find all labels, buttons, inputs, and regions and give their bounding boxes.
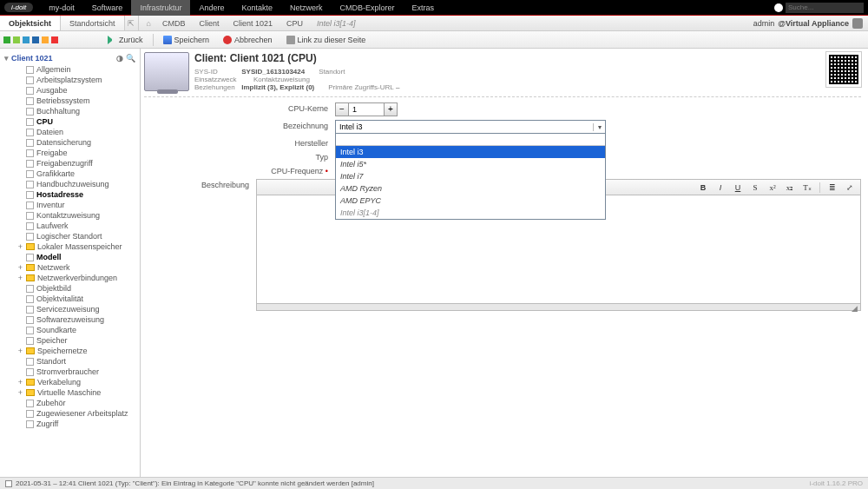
tree-item-hostadresse[interactable]: Hostadresse [2, 189, 138, 200]
mini-icon-2[interactable] [13, 36, 20, 43]
nav-extras[interactable]: Extras [404, 0, 444, 16]
tree-item-label: Kontaktzuweisung [36, 211, 100, 220]
tree-item-logischer-standort[interactable]: Logischer Standort [2, 231, 138, 241]
tree-item-arbeitsplatzsystem[interactable]: Arbeitsplatzsystem [2, 75, 138, 85]
mini-icon-3[interactable] [23, 36, 30, 43]
bezeichnung-input[interactable] [336, 121, 593, 133]
expand-icon[interactable]: + [17, 242, 23, 251]
bezeichnung-combo[interactable]: ▾ [335, 120, 606, 134]
tree-item-handbuchzuweisung[interactable]: Handbuchzuweisung [2, 179, 138, 189]
nav-netzwerk[interactable]: Netzwerk [281, 0, 332, 16]
user-avatar-icon[interactable] [852, 18, 863, 29]
dropdown-opt-intel-i3[interactable]: Intel i3 [336, 146, 605, 158]
dropdown-opt-intel-i3-range[interactable]: Intel i3[1-4] [336, 207, 605, 219]
crumb-client1021[interactable]: Client 1021 [227, 17, 279, 30]
rte-strike[interactable]: S [748, 182, 762, 194]
home-icon[interactable]: ⌂ [143, 19, 155, 28]
tree-item-objektvitalität[interactable]: Objektvitalität [2, 294, 138, 304]
logo[interactable]: i-doit [4, 3, 33, 12]
rte-italic[interactable]: I [713, 182, 727, 194]
collapse-icon[interactable]: ▾ [4, 54, 9, 63]
tree-item-zugriff[interactable]: Zugriff [2, 419, 138, 429]
mini-icon-5[interactable] [42, 36, 49, 43]
rte-sub[interactable]: x₂ [783, 182, 797, 194]
permalink-button[interactable]: Link zu dieser Seite [282, 34, 371, 46]
tree-item-betriebssystem[interactable]: Betriebssystem [2, 96, 138, 106]
dropdown-opt-amd-epyc[interactable]: AMD EPYC [336, 195, 605, 207]
chevron-down-icon[interactable]: ▾ [593, 123, 605, 131]
cancel-button[interactable]: Abbrechen [219, 34, 277, 46]
tree-item-allgemein[interactable]: Allgemein [2, 64, 138, 75]
tree-item-objektbild[interactable]: Objektbild [2, 283, 138, 294]
expand-icon[interactable]: + [17, 274, 23, 282]
expand-icon[interactable]: + [17, 378, 23, 387]
rte-clear[interactable]: Tₓ [800, 182, 814, 194]
tenant-label: @Virtual Appliance [778, 19, 849, 28]
tree-item-speicher[interactable]: Speicher [2, 335, 138, 346]
nav-kontakte[interactable]: Kontakte [233, 0, 281, 16]
dropdown-search[interactable] [336, 134, 605, 146]
tree-item-dateien[interactable]: Dateien [2, 127, 138, 137]
tree-item-zubehör[interactable]: Zubehör [2, 398, 138, 408]
tree-item-freigabenzugriff[interactable]: Freigabenzugriff [2, 158, 138, 169]
nav-software[interactable]: Software [83, 0, 132, 16]
tree-item-grafikkarte[interactable]: Grafikkarte [2, 169, 138, 179]
expand-icon[interactable]: + [17, 263, 23, 272]
crumb-cmdb[interactable]: CMDB [156, 17, 192, 30]
stepper-minus[interactable]: − [335, 102, 349, 116]
nav-cmdb-explorer[interactable]: CMDB-Explorer [331, 0, 403, 16]
rte-bold[interactable]: B [696, 182, 710, 194]
tree-item-netzwerk[interactable]: +Netzwerk [2, 262, 138, 273]
tree-item-laufwerk[interactable]: Laufwerk [2, 221, 138, 231]
rte-underline[interactable]: U [731, 182, 745, 194]
nav-infrastruktur[interactable]: Infrastruktur [131, 0, 190, 16]
tab-objektsicht[interactable]: Objektsicht [0, 16, 61, 30]
crumb-client[interactable]: Client [193, 17, 225, 30]
tree-item-verkabelung[interactable]: +Verkabelung [2, 377, 138, 387]
tree-item-buchhaltung[interactable]: Buchhaltung [2, 106, 138, 116]
back-button[interactable]: Zurück [103, 34, 148, 46]
dropdown-opt-intel-i5[interactable]: Intel i5* [336, 158, 605, 170]
save-button[interactable]: Speichern [159, 34, 214, 46]
tree-item-ausgabe[interactable]: Ausgabe [2, 85, 138, 96]
tree-item-stromverbraucher[interactable]: Stromverbraucher [2, 367, 138, 377]
global-search-input[interactable] [786, 3, 864, 13]
tree-item-kontaktzuweisung[interactable]: Kontaktzuweisung [2, 210, 138, 221]
tree-item-modell[interactable]: Modell [2, 252, 138, 262]
tree-root[interactable]: ▾ Client 1021 ◑ 🔍 [2, 52, 138, 64]
tree-item-datensicherung[interactable]: Datensicherung [2, 137, 138, 148]
expand-icon[interactable]: + [17, 388, 23, 397]
rte-resize-handle[interactable]: ◢ [256, 304, 861, 311]
tree-item-netzwerkverbindungen[interactable]: +Netzwerkverbindungen [2, 273, 138, 283]
crumb-cpu[interactable]: CPU [280, 17, 309, 30]
nav-andere[interactable]: Andere [190, 0, 233, 16]
tree-util-icons[interactable]: ◑ 🔍 [116, 54, 135, 63]
tree-item-servicezuweisung[interactable]: Servicezuweisung [2, 304, 138, 314]
tab-standortsicht[interactable]: Standortsicht [61, 16, 125, 30]
tree-item-cpu[interactable]: CPU [2, 116, 138, 127]
mini-icon-6[interactable] [51, 36, 58, 43]
popout-icon[interactable]: ⇱ [125, 16, 139, 30]
rte-fullscreen[interactable]: ⤢ [843, 182, 857, 194]
tree-item-soundkarte[interactable]: Soundkarte [2, 325, 138, 335]
tree-item-standort[interactable]: Standort [2, 356, 138, 367]
tree-item-lokaler-massenspeicher[interactable]: +Lokaler Massenspeicher [2, 241, 138, 252]
dropdown-opt-intel-i7[interactable]: Intel i7 [336, 170, 605, 182]
tree-item-zugewiesener-arbeitsplatz[interactable]: Zugewiesener Arbeitsplatz [2, 408, 138, 419]
tree-item-freigabe[interactable]: Freigabe [2, 148, 138, 158]
cpu-kerne-input[interactable] [349, 102, 384, 116]
nav-my-doit[interactable]: my-doit [40, 0, 83, 16]
tree-item-label: Hostadresse [36, 190, 83, 199]
tree-item-speichernetze[interactable]: +Speichernetze [2, 346, 138, 356]
mini-icon-4[interactable] [32, 36, 39, 43]
rte-sup[interactable]: x² [766, 182, 779, 194]
cpu-kerne-stepper[interactable]: − + [335, 102, 398, 116]
stepper-plus[interactable]: + [384, 102, 398, 116]
rte-align[interactable]: ≣ [825, 182, 839, 194]
dropdown-opt-amd-ryzen[interactable]: AMD Ryzen [336, 182, 605, 195]
tree-item-virtuelle-maschine[interactable]: +Virtuelle Maschine [2, 387, 138, 398]
mini-icon-1[interactable] [3, 36, 10, 43]
expand-icon[interactable]: + [17, 347, 23, 355]
tree-item-inventur[interactable]: Inventur [2, 200, 138, 210]
tree-item-softwarezuweisung[interactable]: Softwarezuweisung [2, 314, 138, 325]
